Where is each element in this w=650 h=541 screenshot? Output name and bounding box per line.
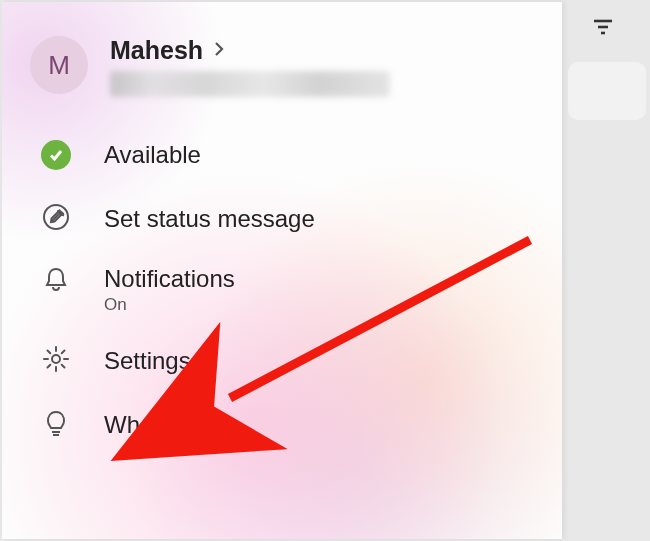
lightbulb-icon [41, 408, 71, 442]
menu-item-notifications[interactable]: Notifications On [2, 251, 562, 329]
avatar: M [30, 36, 88, 94]
filter-icon [591, 15, 615, 43]
edit-status-icon [41, 202, 71, 236]
profile-header[interactable]: M Mahesh [2, 2, 562, 115]
menu-list: Available Set status message Notifica [2, 115, 562, 457]
profile-email-redacted [110, 71, 390, 97]
profile-name: Mahesh [110, 36, 203, 65]
menu-label: Notifications [104, 265, 235, 293]
menu-label: What's new [104, 411, 227, 439]
status-available-icon [41, 140, 71, 170]
menu-item-available[interactable]: Available [2, 123, 562, 187]
menu-label: Settings [104, 347, 191, 375]
menu-label: Available [104, 141, 201, 169]
background-strip [562, 2, 648, 539]
bell-icon [41, 264, 71, 298]
background-card [568, 62, 646, 120]
filter-button[interactable] [588, 14, 618, 44]
gear-icon [41, 344, 71, 378]
chevron-right-icon [211, 41, 227, 61]
avatar-initial: M [48, 50, 70, 81]
notifications-status: On [104, 295, 235, 315]
menu-label: Set status message [104, 205, 315, 233]
menu-item-set-status[interactable]: Set status message [2, 187, 562, 251]
menu-item-whats-new[interactable]: What's new [2, 393, 562, 457]
profile-menu-panel: M Mahesh Available [2, 2, 562, 539]
menu-item-settings[interactable]: Settings [2, 329, 562, 393]
svg-point-4 [52, 355, 60, 363]
